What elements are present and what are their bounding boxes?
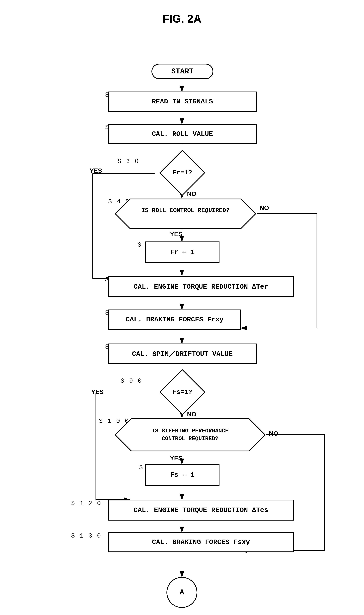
s90-step-label: S 9 0 xyxy=(121,378,142,384)
start-label: START xyxy=(171,67,194,76)
s10-text: READ IN SIGNALS xyxy=(152,98,213,105)
s80-text: CAL. SPIN／DRIFTOUT VALUE xyxy=(132,349,233,358)
s40-yes-label: YES xyxy=(170,231,182,238)
s70-text: CAL. BRAKING FORCES Frxy xyxy=(126,316,224,323)
s120-box: CAL. ENGINE TORQUE REDUCTION ΔTes xyxy=(108,500,294,521)
s30-step-label: S 3 0 xyxy=(117,158,139,165)
svg-marker-31 xyxy=(115,419,265,451)
s40-diamond: IS ROLL CONTROL REQUIRED? xyxy=(114,198,257,229)
s100-yes-label: YES xyxy=(170,455,182,462)
s60-box: CAL. ENGINE TORQUE REDUCTION ΔTer xyxy=(108,276,294,297)
s30-text: Fr=1? xyxy=(173,169,192,177)
s50-box: Fr ← 1 xyxy=(145,241,220,263)
s30-diamond: Fr=1? xyxy=(155,157,210,189)
s90-text: Fs=1? xyxy=(173,388,192,396)
end-label: A xyxy=(180,588,184,597)
start-shape: START xyxy=(152,64,213,79)
s130-step-label: S 1 3 0 xyxy=(71,532,101,539)
s90-no-label: NO xyxy=(187,411,196,418)
s30-no-label: NO xyxy=(187,190,196,197)
s20-text: CAL. ROLL VALUE xyxy=(152,130,213,138)
page-title: FIG. 2A xyxy=(0,0,364,34)
s110-box: Fs ← 1 xyxy=(145,464,220,486)
s60-text: CAL. ENGINE TORQUE REDUCTION ΔTer xyxy=(133,283,268,291)
s40-no-label: NO xyxy=(260,204,269,211)
s120-step-label: S 1 2 0 xyxy=(71,500,101,507)
s100-diamond: IS STEERING PERFORMANCE CONTROL REQUIRED… xyxy=(114,418,266,452)
s20-box: CAL. ROLL VALUE xyxy=(108,124,257,144)
s120-text: CAL. ENGINE TORQUE REDUCTION ΔTes xyxy=(133,506,268,514)
svg-text:CONTROL REQUIRED?: CONTROL REQUIRED? xyxy=(162,435,218,442)
s110-text: Fs ← 1 xyxy=(170,471,195,479)
s130-text: CAL. BRAKING FORCES Fsxy xyxy=(152,538,250,546)
s70-box: CAL. BRAKING FORCES Frxy xyxy=(108,310,241,330)
s130-box: CAL. BRAKING FORCES Fsxy xyxy=(108,532,294,552)
end-shape: A xyxy=(167,577,197,608)
s10-box: READ IN SIGNALS xyxy=(108,92,257,112)
s30-yes-label: YES xyxy=(90,167,102,174)
s100-no-label: NO xyxy=(269,430,278,437)
svg-text:IS STEERING PERFORMANCE: IS STEERING PERFORMANCE xyxy=(152,428,229,434)
s90-diamond: Fs=1? xyxy=(155,376,210,408)
s80-box: CAL. SPIN／DRIFTOUT VALUE xyxy=(108,343,257,364)
svg-text:IS ROLL CONTROL REQUIRED?: IS ROLL CONTROL REQUIRED? xyxy=(142,207,230,214)
s90-yes-label: YES xyxy=(91,388,104,395)
s50-text: Fr ← 1 xyxy=(170,249,195,256)
